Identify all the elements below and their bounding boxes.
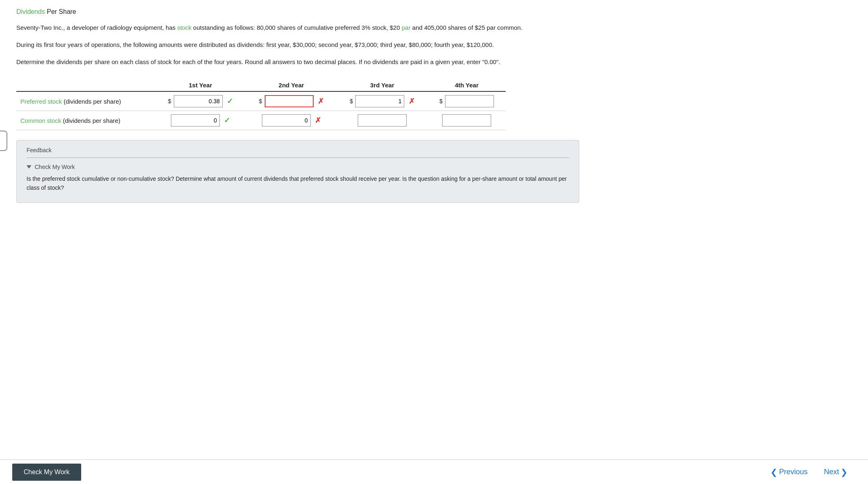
preferred-year1-input[interactable]: [174, 95, 223, 107]
preferred-year2-cell: $ ✗: [246, 91, 337, 111]
common-year3-cell: [337, 111, 428, 130]
common-year2-input[interactable]: [262, 114, 311, 127]
paragraph-2: During its first four years of operation…: [16, 40, 852, 50]
paragraph-3: Determine the dividends per share on eac…: [16, 57, 852, 67]
chevron-left-icon: ❮: [771, 467, 777, 477]
bottom-bar: Check My Work ❮ Previous Next ❯: [0, 460, 868, 484]
common-year2-cell: ✗: [246, 111, 337, 130]
common-stock-label: Common stock (dividends per share): [16, 111, 155, 130]
dividends-table-wrapper: 1st Year 2nd Year 3rd Year 4th Year Pref…: [16, 79, 852, 130]
preferred-year3-input[interactable]: [355, 95, 404, 107]
preferred-year3-cell: $ ✗: [337, 91, 428, 111]
feedback-box: Feedback Check My Work Is the preferred …: [16, 140, 579, 203]
preferred-year1-cell: $ ✓: [155, 91, 246, 111]
previous-button[interactable]: ❮ Previous: [762, 463, 816, 481]
preferred-year2-x-icon: ✗: [318, 97, 324, 105]
common-year4-cell: [427, 111, 506, 130]
col-header-year3: 3rd Year: [337, 79, 428, 91]
common-year4-input[interactable]: [442, 114, 491, 127]
preferred-year1-check-icon: ✓: [227, 97, 233, 105]
left-tab-indicator: [0, 131, 7, 151]
preferred-year2-input[interactable]: [265, 95, 314, 107]
common-year3-input[interactable]: [358, 114, 407, 127]
preferred-year3-x-icon: ✗: [409, 97, 415, 105]
feedback-title: Feedback: [27, 147, 569, 153]
col-header-year4: 4th Year: [427, 79, 506, 91]
page-title: Dividends Per Share: [16, 8, 852, 16]
common-year1-check-icon: ✓: [224, 116, 230, 124]
next-button[interactable]: Next ❯: [816, 463, 856, 481]
common-year1-input[interactable]: [171, 114, 220, 127]
nav-buttons: ❮ Previous Next ❯: [762, 463, 856, 481]
check-my-work-button[interactable]: Check My Work: [12, 464, 81, 481]
table-row: Preferred stock (dividends per share) $ …: [16, 91, 506, 111]
check-my-work-label: Check My Work: [27, 164, 569, 170]
feedback-text: Is the preferred stock cumulative or non…: [27, 174, 569, 193]
paragraph-1: Seventy-Two Inc., a developer of radiolo…: [16, 23, 852, 33]
title-dividends-link[interactable]: Dividends: [16, 8, 45, 15]
preferred-stock-label: Preferred stock (dividends per share): [16, 91, 155, 111]
triangle-down-icon: [27, 165, 31, 169]
dividends-table: 1st Year 2nd Year 3rd Year 4th Year Pref…: [16, 79, 506, 130]
chevron-right-icon: ❯: [841, 467, 848, 477]
preferred-year4-input[interactable]: [445, 95, 494, 107]
col-header-year2: 2nd Year: [246, 79, 337, 91]
col-header-label: [16, 79, 155, 91]
col-header-year1: 1st Year: [155, 79, 246, 91]
preferred-year4-cell: $: [427, 91, 506, 111]
common-year2-x-icon: ✗: [315, 116, 321, 124]
table-row: Common stock (dividends per share) ✓ ✗: [16, 111, 506, 130]
feedback-divider: [27, 158, 569, 158]
common-year1-cell: ✓: [155, 111, 246, 130]
